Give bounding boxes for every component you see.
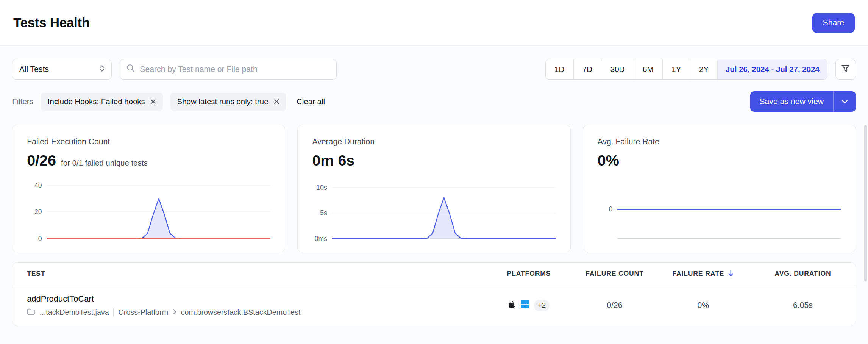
search-input[interactable]: [140, 65, 329, 74]
test-file-path: ...tackDemoTest.java: [40, 308, 109, 317]
card-value: 0%: [598, 152, 619, 169]
date-range-30d[interactable]: 30D: [601, 59, 634, 79]
chart-ytick-label: 10s: [317, 183, 327, 191]
card-subtitle: for 0/1 failed unique tests: [61, 158, 148, 167]
filters-row: Filters Include Hooks: Failed hooks Show…: [12, 91, 856, 112]
card-average-duration: Average Duration 0m 6s 10s5s0ms: [297, 125, 570, 252]
windows-icon: [521, 300, 529, 311]
save-view-group: Save as new view: [750, 91, 856, 112]
page-title: Tests Health: [13, 15, 90, 30]
search-icon: [126, 64, 135, 75]
test-meta: ...tackDemoTest.java Cross-Platform com.…: [27, 308, 484, 317]
failure-rate-cell: 0%: [656, 301, 750, 310]
filter-chip-include-hooks[interactable]: Include Hooks: Failed hooks: [41, 93, 162, 111]
extra-platforms-badge[interactable]: +2: [534, 300, 550, 311]
card-value-row: 0/26 for 0/1 failed unique tests: [27, 152, 270, 169]
filter-button[interactable]: [835, 59, 856, 80]
column-header-platforms: PLATFORMS: [484, 270, 573, 278]
clear-all-button[interactable]: Clear all: [297, 97, 325, 106]
card-value-row: 0%: [598, 152, 841, 169]
card-avg-failure-rate: Avg. Failure Rate 0% 0: [583, 125, 856, 252]
chart-ytick-label: 0: [38, 235, 42, 242]
filter-chip-label: Include Hooks: Failed hooks: [48, 97, 145, 106]
column-header-failure-rate[interactable]: FAILURE RATE: [656, 269, 750, 278]
date-range-group: 1D 7D 30D 6M 1Y 2Y Jul 26, 2024 - Jul 27…: [545, 59, 828, 80]
table-header-row: TEST PLATFORMS FAILURE COUNT FAILURE RAT…: [12, 263, 856, 285]
tests-filter-value: All Tests: [19, 65, 49, 74]
page-content: All Tests 1D 7D 30D 6M 1Y 2Y: [0, 59, 868, 326]
card-value-row: 0m 6s: [312, 152, 556, 169]
chart-ytick-label: 5s: [320, 209, 327, 217]
average-duration-chart: 10s5s0ms: [312, 177, 556, 242]
date-range-6m[interactable]: 6M: [634, 59, 663, 79]
platforms-cell: +2: [484, 300, 573, 311]
tests-filter-select[interactable]: All Tests: [12, 59, 112, 80]
avg-failure-rate-chart: 0: [598, 177, 841, 242]
toolbar-right: 1D 7D 30D 6M 1Y 2Y Jul 26, 2024 - Jul 27…: [545, 59, 856, 80]
chart-y-axis: 40200: [27, 177, 47, 242]
column-header-failure-count[interactable]: FAILURE COUNT: [573, 270, 656, 278]
sort-arrow-down-icon: [727, 269, 734, 278]
divider: [113, 308, 114, 317]
test-cell: addProductToCart ...tackDemoTest.java Cr…: [12, 294, 484, 317]
close-icon[interactable]: [150, 99, 156, 105]
chevron-right-icon: [173, 308, 176, 317]
chart-y-axis: 10s5s0ms: [312, 177, 332, 242]
scrollbar[interactable]: [864, 125, 867, 281]
card-failed-execution-count: Failed Execution Count 0/26 for 0/1 fail…: [12, 125, 285, 252]
date-range-7d[interactable]: 7D: [574, 59, 602, 79]
table-row[interactable]: addProductToCart ...tackDemoTest.java Cr…: [12, 285, 856, 326]
save-as-new-view-button[interactable]: Save as new view: [750, 91, 833, 112]
chart-ytick-label: 20: [34, 208, 42, 216]
failed-execution-chart: 40200: [27, 177, 270, 242]
chart-ytick-label: 40: [34, 181, 42, 189]
apple-icon: [508, 300, 515, 311]
folder-icon: [27, 308, 35, 317]
card-title: Avg. Failure Rate: [598, 137, 841, 146]
chart-plot-area: [332, 177, 556, 242]
date-range-1y[interactable]: 1Y: [663, 59, 690, 79]
share-button[interactable]: Share: [812, 13, 855, 33]
metric-cards: Failed Execution Count 0/26 for 0/1 fail…: [12, 125, 856, 252]
avg-duration-cell: 6.05s: [750, 301, 856, 310]
chart-plot-area: [617, 177, 841, 242]
test-name-link[interactable]: addProductToCart: [27, 294, 484, 304]
failure-count-cell: 0/26: [573, 301, 656, 310]
tests-health-page: Tests Health Share All Tests 1D 7D: [0, 0, 868, 344]
date-range-2y[interactable]: 2Y: [690, 59, 718, 79]
close-icon[interactable]: [274, 99, 279, 105]
card-value: 0/26: [27, 152, 56, 169]
page-header: Tests Health Share: [0, 0, 868, 46]
column-header-test: TEST: [12, 270, 484, 278]
toolbar: All Tests 1D 7D 30D 6M 1Y 2Y: [12, 59, 856, 80]
date-range-picker[interactable]: Jul 26, 2024 - Jul 27, 2024: [718, 59, 827, 79]
column-header-avg-duration[interactable]: AVG. DURATION: [750, 270, 856, 278]
chart-ytick-label: 0: [609, 205, 612, 213]
tests-table: TEST PLATFORMS FAILURE COUNT FAILURE RAT…: [12, 262, 856, 326]
save-view-dropdown-button[interactable]: [833, 91, 856, 112]
test-project: Cross-Platform: [119, 308, 168, 317]
test-suite: com.browserstack.BStackDemoTest: [181, 308, 301, 317]
filter-chip-latest-runs[interactable]: Show latest runs only: true: [170, 93, 286, 111]
chart-y-axis: 0: [598, 177, 618, 242]
date-range-1d[interactable]: 1D: [546, 59, 574, 79]
chart-plot-area: [47, 177, 271, 242]
column-header-label: FAILURE RATE: [672, 270, 724, 278]
card-title: Failed Execution Count: [27, 137, 270, 146]
select-updown-icon: [99, 64, 105, 75]
chart-ytick-label: 0ms: [315, 235, 327, 242]
filters-label: Filters: [12, 97, 33, 106]
card-value: 0m 6s: [312, 152, 354, 169]
card-title: Average Duration: [312, 137, 556, 146]
chevron-down-icon: [841, 97, 848, 106]
search-box: [120, 59, 337, 80]
filter-chip-label: Show latest runs only: true: [177, 97, 269, 106]
funnel-icon: [841, 64, 850, 75]
